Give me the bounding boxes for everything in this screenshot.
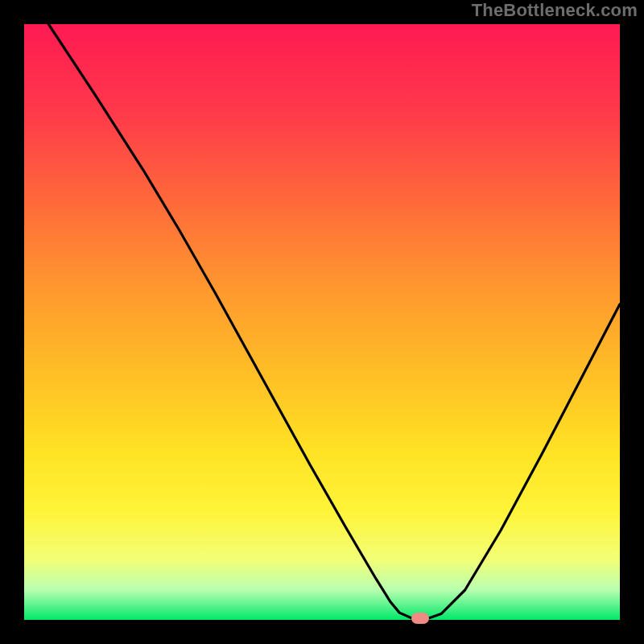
optimal-marker <box>411 613 429 624</box>
watermark-label: TheBottleneck.com <box>472 0 638 21</box>
plot-area <box>24 24 620 620</box>
bottleneck-curve <box>24 24 620 620</box>
chart-stage: TheBottleneck.com <box>0 0 644 644</box>
